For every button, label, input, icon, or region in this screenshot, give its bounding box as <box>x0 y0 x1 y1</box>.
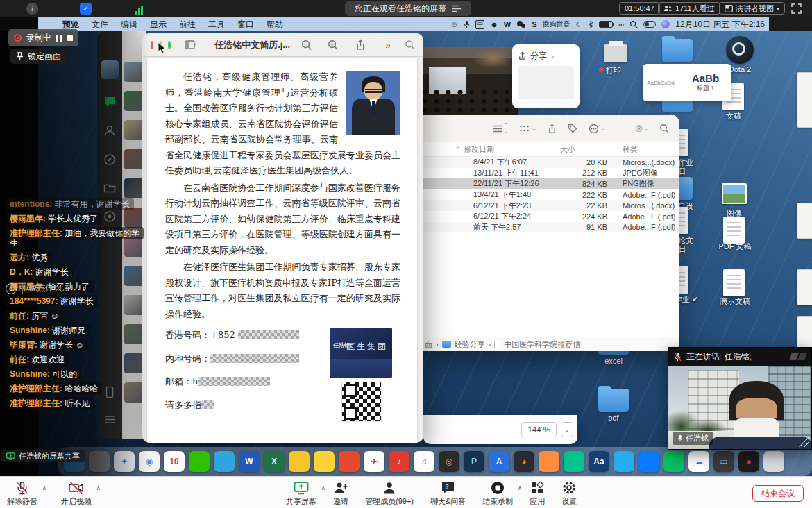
start-video-button[interactable]: 开启视频∧ <box>61 480 92 507</box>
stop-recording-button[interactable] <box>67 35 73 41</box>
share-icon[interactable] <box>355 39 366 51</box>
emoji-picker-icon[interactable]: ☺ <box>6 283 17 294</box>
dnd-moon-icon[interactable]: ☾ <box>576 20 583 29</box>
notes-dock-icon[interactable] <box>289 451 310 472</box>
share-icon[interactable] <box>548 124 557 134</box>
search-icon[interactable] <box>659 124 669 133</box>
list-view-icon[interactable]: ⌃⌄ <box>492 122 509 135</box>
table-row[interactable]: 13/4/21 下午1:40222 KBAdobe...F (.pdf) <box>418 189 679 201</box>
menu-tools[interactable]: 工具 <box>208 19 225 31</box>
end-meeting-button[interactable]: 结束会议 <box>752 485 804 502</box>
desktop-stack-icon[interactable] <box>797 72 812 128</box>
firefox-dock-icon[interactable]: ◕ <box>514 451 534 472</box>
print-queue-icon[interactable] <box>604 44 627 62</box>
pdf-document-icon[interactable] <box>723 217 745 244</box>
info-icon[interactable]: i <box>26 3 38 15</box>
encryption-shield-icon[interactable]: ✓ <box>80 3 92 15</box>
spotlight-icon[interactable] <box>629 20 638 28</box>
apps-button[interactable]: 应用 <box>530 480 545 507</box>
apple-music-dock-icon[interactable]: ♫ <box>414 451 434 472</box>
screen-share-pill[interactable]: 任浩铭的屏幕共享 <box>1 450 85 462</box>
menu-view[interactable]: 显示 <box>150 19 167 31</box>
pin-screen-pill[interactable]: 锁定画面 <box>10 49 67 64</box>
preview-titlebar[interactable]: 任浩铭中文简历.j... » <box>142 33 423 57</box>
desktop-icon-label[interactable]: 文稿 <box>717 111 750 121</box>
menubar-clock[interactable]: 12月10日 周五 下午2:16 <box>675 19 765 31</box>
unmute-button[interactable]: 解除静音∧ <box>7 480 37 507</box>
menu-edit[interactable]: 编辑 <box>121 19 137 31</box>
view-mode-selector[interactable]: 演讲者视图▾ <box>719 2 785 15</box>
folder-icon-experience[interactable] <box>662 39 693 62</box>
desktop-icon-label[interactable]: pdf <box>595 414 632 422</box>
style-sample-body[interactable]: AaBbCcDd <box>643 80 679 86</box>
books-dock-icon[interactable] <box>539 451 559 472</box>
more-actions-icon[interactable]: ⌄ <box>589 124 605 134</box>
sogou-icon[interactable]: S <box>532 20 536 28</box>
zoom-level-control[interactable]: 144 % <box>521 422 557 437</box>
siri-icon[interactable] <box>661 20 670 28</box>
fullscreen-icon[interactable] <box>791 3 802 14</box>
settings-button[interactable]: 设置 <box>561 480 577 507</box>
zoom-chevron[interactable]: ⌄ <box>561 422 573 437</box>
wechat-status-icon[interactable] <box>516 20 526 28</box>
baidu-cloud-dock-icon[interactable]: ☁ <box>688 451 709 472</box>
pause-recording-button[interactable] <box>56 35 62 42</box>
wecom-dock-icon[interactable] <box>638 451 659 472</box>
netease-music-dock-icon[interactable]: ♪ <box>389 451 409 472</box>
control-center-icon[interactable] <box>643 21 656 28</box>
breadcrumb[interactable]: 面› 经验分享› 中国医学科学院推荐信 <box>418 337 679 351</box>
zoom-out-icon[interactable] <box>301 40 312 51</box>
finder-column-headers[interactable]: ⌃ 修改日期 大小 种类 <box>418 142 679 157</box>
more-tools-button[interactable]: » <box>385 40 391 51</box>
chat-input-row[interactable]: ☺ 说点什么… ‹ <box>6 282 85 294</box>
proxy-badge-icon[interactable]: ®⌄ <box>636 124 648 134</box>
folder-icon-pdf[interactable] <box>598 389 629 412</box>
qq-dock-icon[interactable] <box>214 451 235 472</box>
desktop-icon-label[interactable]: 演示文稿 <box>715 296 755 307</box>
desktop-icon-label[interactable]: 打印 <box>589 65 632 76</box>
sogou-label[interactable]: 搜狗拼音 <box>543 19 570 29</box>
table-row[interactable]: 13/11/21 上午11:41212 KBJPEG图像 <box>418 168 679 179</box>
viewer-count[interactable]: 1711人看过 <box>658 2 720 15</box>
manage-participants-button[interactable]: 管理成员(99+) <box>365 480 414 507</box>
menu-go[interactable]: 前往 <box>179 19 196 31</box>
telegram-dock-icon[interactable] <box>614 451 634 472</box>
menu-app-name[interactable]: 预览 <box>62 19 79 31</box>
stop-recording-button[interactable]: 结束录制∧ <box>482 480 513 507</box>
banner-list-icon[interactable] <box>452 5 462 12</box>
astro-dock-icon[interactable]: A <box>489 451 509 472</box>
desktop-icon-label[interactable]: PDF 文稿 <box>715 242 755 252</box>
sidecar-link-icon[interactable]: ∞ <box>618 20 624 28</box>
table-row[interactable]: 8/4/21 下午6:0720 KBMicros...(.docx) <box>418 157 679 168</box>
desktop-stack-icon[interactable] <box>797 269 812 305</box>
calendar-dock-icon[interactable]: 10 <box>164 451 185 472</box>
trash-dock-icon[interactable] <box>763 451 784 472</box>
pubmed-dock-icon[interactable]: P <box>464 451 484 472</box>
photos-dock-icon[interactable]: ◎ <box>439 451 459 472</box>
input-method-icon[interactable]: 中 <box>475 20 484 29</box>
tag-icon[interactable] <box>568 124 577 133</box>
style-sample-heading[interactable]: AaBb 标题 1 <box>679 72 731 93</box>
table-row[interactable]: 6/12/21 下午2:2322 KBMicros...(.docx) <box>418 200 679 211</box>
table-row-selected[interactable]: 22/11/21 下午12:26824 KBPNG图像 <box>418 178 679 189</box>
invite-button[interactable]: 邀请 <box>333 480 348 507</box>
desktop-stack-icon[interactable] <box>797 203 812 239</box>
word-status-icon[interactable]: W <box>504 20 511 28</box>
emoji-status-icon[interactable]: ☺ <box>450 20 458 28</box>
chat-input-placeholder[interactable]: 说点什么… <box>28 282 70 294</box>
table-row[interactable]: 前天 下午2:5791 KBAdobe...F (.pdf) <box>418 222 679 233</box>
word-dock-icon[interactable]: W <box>239 451 260 472</box>
poizon-dock-icon[interactable] <box>564 451 584 472</box>
emoji-icon[interactable]: ☻ <box>490 20 498 28</box>
table-row[interactable]: 6/12/21 下午2:24224 KBAdobe...F (.pdf) <box>418 211 679 222</box>
desktop-icon-label[interactable]: excel <box>595 357 632 365</box>
display-dock-icon[interactable]: ▭ <box>713 451 734 472</box>
wechat-dock-icon[interactable] <box>189 451 210 472</box>
zoom-in-icon[interactable] <box>328 40 339 51</box>
speaker-video-panel[interactable]: 正在讲话: 任浩铭; 任浩铭 <box>668 347 812 450</box>
image-file-icon[interactable] <box>722 183 747 204</box>
eudic-dock-icon[interactable]: Aa <box>589 451 609 472</box>
group-by-icon[interactable]: ⌄ <box>519 124 536 133</box>
bluetooth-icon[interactable] <box>588 20 593 28</box>
wechat-work-dock-icon[interactable] <box>663 451 684 472</box>
